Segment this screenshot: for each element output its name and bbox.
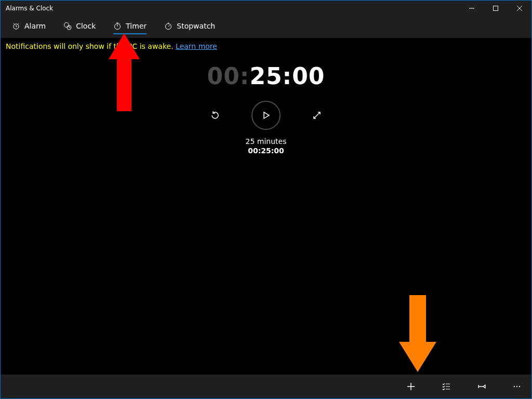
- tabbar: Alarm Clock Timer Stopwatch: [1, 16, 531, 38]
- timer-controls: [209, 101, 323, 130]
- play-button[interactable]: [251, 101, 281, 130]
- tab-label: Alarm: [24, 22, 46, 30]
- window-controls: [460, 1, 531, 16]
- svg-point-6: [514, 386, 515, 387]
- timer-colon: :: [240, 63, 250, 89]
- svg-point-8: [519, 386, 520, 387]
- titlebar: Alarms & Clock: [1, 1, 531, 16]
- notification-text: Notifications will only show if the PC i…: [6, 42, 174, 50]
- expand-button[interactable]: [311, 109, 323, 122]
- timer-minutes-seconds: 25:00: [249, 63, 325, 89]
- pin-button[interactable]: [471, 376, 492, 397]
- learn-more-link[interactable]: Learn more: [176, 42, 217, 50]
- svg-point-5: [166, 24, 171, 30]
- reset-button[interactable]: [209, 109, 221, 122]
- window-title: Alarms & Clock: [6, 5, 460, 12]
- add-timer-button[interactable]: [401, 376, 421, 397]
- timer-icon: [113, 22, 122, 30]
- timer-label: 25 minutes 00:25:00: [246, 137, 287, 155]
- timer-hours: 00: [207, 63, 240, 89]
- tab-label: Clock: [76, 22, 96, 30]
- more-button[interactable]: [507, 376, 527, 397]
- tab-timer[interactable]: Timer: [106, 19, 154, 35]
- main-content: 00:25:00 25 minutes 00:25:00: [1, 52, 531, 375]
- tab-label: Timer: [126, 22, 147, 30]
- tab-stopwatch[interactable]: Stopwatch: [157, 19, 222, 35]
- timer-display: 00:25:00: [207, 63, 325, 89]
- svg-point-2: [64, 23, 69, 28]
- alarm-icon: [12, 22, 20, 30]
- minimize-button[interactable]: [460, 1, 484, 16]
- svg-rect-0: [494, 6, 498, 11]
- timer-name: 25 minutes: [246, 137, 287, 145]
- command-bar: [1, 375, 531, 398]
- close-button[interactable]: [508, 1, 531, 16]
- tab-label: Stopwatch: [177, 22, 215, 30]
- select-button[interactable]: [436, 376, 457, 397]
- world-clock-icon: [63, 22, 72, 30]
- svg-point-7: [516, 386, 517, 387]
- tab-alarm[interactable]: Alarm: [5, 19, 53, 35]
- timer-widget: 00:25:00 25 minutes 00:25:00: [1, 63, 531, 155]
- maximize-button[interactable]: [484, 1, 508, 16]
- stopwatch-icon: [164, 22, 172, 30]
- timer-remaining: 00:25:00: [246, 147, 287, 155]
- tab-clock[interactable]: Clock: [56, 19, 103, 35]
